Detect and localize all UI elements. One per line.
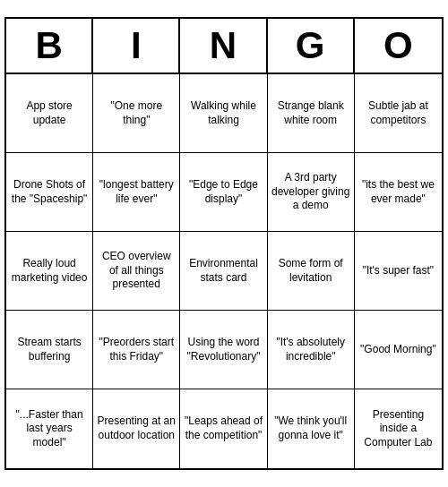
- bingo-cell-14: "It's super fast": [355, 232, 442, 311]
- bingo-cell-12: Environmental stats card: [180, 232, 267, 311]
- bingo-cell-13: Some form of levitation: [268, 232, 355, 311]
- bingo-letter-b: B: [6, 19, 93, 73]
- bingo-cell-0: App store update: [6, 74, 93, 153]
- bingo-card: BINGO App store update"One more thing"Wa…: [4, 17, 444, 470]
- bingo-cell-7: "Edge to Edge display": [180, 153, 267, 232]
- bingo-cell-17: Using the word "Revolutionary": [180, 311, 267, 389]
- bingo-cell-11: CEO overview of all things presented: [93, 232, 180, 311]
- bingo-cell-18: "It's absolutely incredible": [268, 311, 355, 389]
- bingo-letter-g: G: [268, 19, 355, 73]
- bingo-cell-16: "Preorders start this Friday": [93, 311, 180, 389]
- bingo-cell-6: "longest battery life ever": [93, 153, 180, 232]
- bingo-cell-9: "its the best we ever made": [355, 153, 442, 232]
- bingo-cell-24: Presenting inside a Computer Lab: [355, 389, 442, 468]
- bingo-cell-2: Walking while talking: [180, 74, 267, 153]
- bingo-cell-4: Subtle jab at competitors: [355, 74, 442, 153]
- bingo-cell-3: Strange blank white room: [268, 74, 355, 153]
- bingo-cell-23: "We think you'll gonna love it": [268, 389, 355, 468]
- bingo-cell-20: "...Faster than last years model": [6, 389, 93, 468]
- bingo-cell-5: Drone Shots of the "Spaceship": [6, 153, 93, 232]
- bingo-cell-19: "Good Morning": [355, 311, 442, 389]
- bingo-cell-10: Really loud marketing video: [6, 232, 93, 311]
- bingo-cell-1: "One more thing": [93, 74, 180, 153]
- bingo-letter-i: I: [93, 19, 180, 73]
- bingo-cell-8: A 3rd party developer giving a demo: [268, 153, 355, 232]
- bingo-letter-o: O: [355, 19, 442, 73]
- bingo-cell-21: Presenting at an outdoor location: [93, 389, 180, 468]
- bingo-header: BINGO: [6, 19, 442, 74]
- bingo-grid: App store update"One more thing"Walking …: [6, 74, 442, 468]
- bingo-cell-15: Stream starts buffering: [6, 311, 93, 389]
- bingo-cell-22: "Leaps ahead of the competition": [180, 389, 267, 468]
- bingo-letter-n: N: [180, 19, 267, 73]
